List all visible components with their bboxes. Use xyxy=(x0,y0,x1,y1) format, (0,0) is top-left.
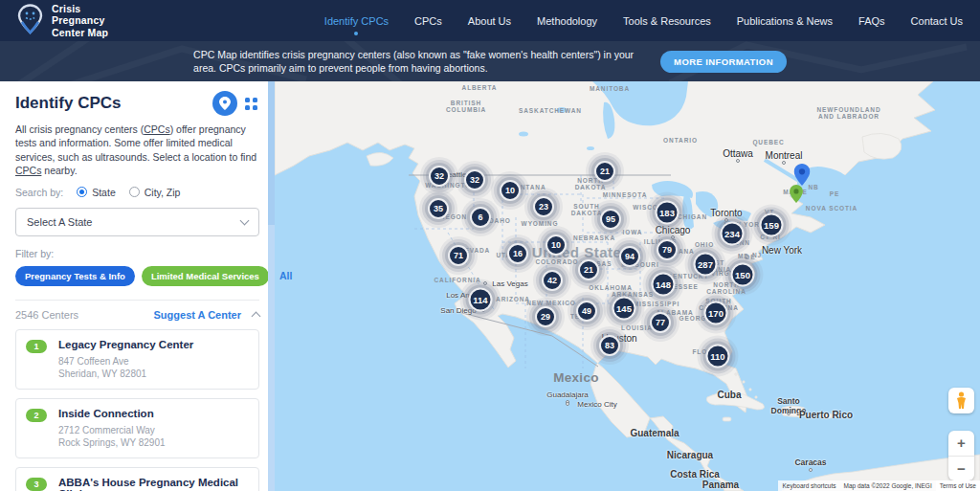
center-name: Inside Connection xyxy=(58,408,166,419)
center-info: Inside Connection2712 Commercial WayRock… xyxy=(58,408,166,449)
cluster-marker-6[interactable]: 6 xyxy=(470,207,491,228)
suggest-a-center-link[interactable]: Suggest A Center xyxy=(154,309,241,321)
cpcs-link[interactable]: CPCs xyxy=(144,123,169,135)
nav-item-identify-cpcs[interactable]: Identify CPCs xyxy=(324,15,389,27)
zoom-in-button[interactable]: + xyxy=(948,431,974,457)
cluster-marker-21[interactable]: 21 xyxy=(594,161,615,182)
cluster-marker-159[interactable]: 159 xyxy=(760,213,784,237)
filter-pills: Pregnancy Tests & InfoLimited Medical Se… xyxy=(15,266,259,286)
cluster-marker-32[interactable]: 32 xyxy=(464,169,485,190)
cluster-marker-71[interactable]: 71 xyxy=(448,245,469,266)
cluster-marker-83[interactable]: 83 xyxy=(599,335,620,356)
city-dot-icon xyxy=(782,161,786,165)
pegman-icon xyxy=(955,391,968,410)
cluster-marker-287[interactable]: 287 xyxy=(694,253,718,277)
cluster-marker-95[interactable]: 95 xyxy=(600,209,621,230)
logo-text: Crisis Pregnancy Center Map xyxy=(52,3,108,38)
cluster-marker-94[interactable]: 94 xyxy=(619,246,640,267)
cluster-marker-234[interactable]: 234 xyxy=(721,222,745,246)
state-select-dropdown[interactable]: Select A State xyxy=(15,208,259,236)
radio-search-city-zip[interactable]: City, Zip xyxy=(129,187,181,198)
center-card[interactable]: 3ABBA's House Pregnancy Medical Clinic24… xyxy=(15,467,259,491)
nav-item-about-us[interactable]: About Us xyxy=(468,15,511,27)
map-attribution: Keyboard shortcuts Map data ©2022 Google… xyxy=(778,480,980,491)
city-dot-icon xyxy=(809,468,813,472)
search-by-label: Search by: xyxy=(15,187,63,198)
top-navigation-bar: Crisis Pregnancy Center Map Identify CPC… xyxy=(0,0,980,41)
banner-message: CPC Map identifies crisis pregnancy cent… xyxy=(193,48,635,75)
map-viewport[interactable]: BRITISH COLUMBIAALBERTASASKATCHEWANMANIT… xyxy=(275,81,980,491)
chevron-down-icon xyxy=(240,215,250,225)
cluster-marker-16[interactable]: 16 xyxy=(507,243,528,264)
zoom-control: + − xyxy=(948,431,974,480)
center-rank-badge: 2 xyxy=(26,409,47,422)
sidebar-panel: Identify CPCs All crisis pregnancy cente… xyxy=(0,81,275,491)
map-view-toggle-button[interactable] xyxy=(212,91,237,116)
radio-city-zip-control[interactable] xyxy=(129,187,140,197)
logo[interactable]: Crisis Pregnancy Center Map xyxy=(17,3,108,38)
cpcs-link[interactable]: CPCs xyxy=(15,165,41,176)
center-card[interactable]: 1Legacy Pregnancy Center847 Coffeen AveS… xyxy=(15,329,259,390)
collapse-list-chevron-icon[interactable] xyxy=(252,311,261,321)
center-address: 847 Coffeen AveSheridan, WY 82801 xyxy=(58,355,193,380)
keyboard-shortcuts-link[interactable]: Keyboard shortcuts xyxy=(778,480,839,491)
nav-item-faqs[interactable]: FAQs xyxy=(858,15,885,27)
filter-by-label: Filter by: xyxy=(15,248,259,259)
nav-item-tools-resources[interactable]: Tools & Resources xyxy=(623,15,711,27)
cluster-marker-29[interactable]: 29 xyxy=(535,306,556,327)
cluster-marker-183[interactable]: 183 xyxy=(656,201,679,225)
center-address-line1: 847 Coffeen Ave xyxy=(58,355,193,368)
sidebar-scrollbar[interactable] xyxy=(268,81,275,491)
cluster-marker-145[interactable]: 145 xyxy=(612,297,636,321)
page-title: Identify CPCs xyxy=(15,94,212,113)
cluster-marker-77[interactable]: 77 xyxy=(650,312,671,333)
cluster-marker-49[interactable]: 49 xyxy=(576,301,597,322)
cluster-marker-35[interactable]: 35 xyxy=(428,198,449,219)
terms-of-use-link[interactable]: Terms of Use xyxy=(936,480,980,491)
cluster-marker-32[interactable]: 32 xyxy=(429,166,450,187)
logo-pin-icon xyxy=(17,4,43,38)
cluster-marker-150[interactable]: 150 xyxy=(731,263,755,287)
radio-city-zip-label: City, Zip xyxy=(145,187,181,198)
cluster-marker-79[interactable]: 79 xyxy=(657,239,678,260)
intro-text-part: nearby. xyxy=(41,165,77,176)
intro-text-part: All crisis pregnancy centers ( xyxy=(15,123,144,135)
center-address: 2712 Commercial WayRock Springs, WY 8290… xyxy=(58,424,166,449)
cluster-marker-23[interactable]: 23 xyxy=(533,196,554,217)
filter-pill-pregnancy-tests-info[interactable]: Pregnancy Tests & Info xyxy=(15,266,135,286)
radio-state-label: State xyxy=(92,187,116,198)
city-dot-icon xyxy=(671,235,675,239)
cluster-marker-10[interactable]: 10 xyxy=(500,180,521,201)
filter-all-link[interactable]: All xyxy=(279,270,292,281)
nav-item-methodology[interactable]: Methodology xyxy=(537,15,597,27)
main-nav: Identify CPCsCPCsAbout UsMethodologyTool… xyxy=(324,15,963,27)
map-base-layer xyxy=(275,81,980,491)
cluster-marker-110[interactable]: 110 xyxy=(706,345,730,368)
nav-item-publications-news[interactable]: Publications & News xyxy=(737,15,833,27)
map-data-credit: Map data ©2022 Google, INEGI xyxy=(839,480,935,491)
centers-count: 2546 Centers xyxy=(15,309,154,321)
nav-item-contact-us[interactable]: Contact Us xyxy=(911,15,963,27)
radio-search-state[interactable]: State xyxy=(77,187,116,198)
nav-item-cpcs[interactable]: CPCs xyxy=(414,15,442,27)
filter-pill-limited-medical-services[interactable]: Limited Medical Services xyxy=(142,266,269,286)
radio-state-control[interactable] xyxy=(77,187,87,197)
city-dot-icon xyxy=(736,159,740,163)
street-view-pegman-button[interactable] xyxy=(948,388,974,413)
center-card[interactable]: 2Inside Connection2712 Commercial WayRoc… xyxy=(15,398,259,458)
center-info: Legacy Pregnancy Center847 Coffeen AveSh… xyxy=(58,339,193,380)
map-pin-green[interactable] xyxy=(790,185,803,207)
cluster-marker-114[interactable]: 114 xyxy=(469,288,493,312)
cluster-marker-10[interactable]: 10 xyxy=(546,234,567,256)
cluster-marker-42[interactable]: 42 xyxy=(542,270,563,291)
cpc-map-app: Crisis Pregnancy Center Map Identify CPC… xyxy=(0,0,980,491)
cluster-marker-21[interactable]: 21 xyxy=(578,259,599,280)
center-rank-badge: 1 xyxy=(26,340,47,353)
center-address-line2: Sheridan, WY 82801 xyxy=(58,368,193,380)
map-pin-icon xyxy=(219,97,231,110)
cluster-marker-170[interactable]: 170 xyxy=(704,301,728,325)
more-information-button[interactable]: MORE INFORMATION xyxy=(660,51,787,73)
zoom-out-button[interactable]: − xyxy=(948,457,974,481)
cluster-marker-148[interactable]: 148 xyxy=(652,273,676,297)
grid-view-toggle-button[interactable] xyxy=(245,98,257,110)
